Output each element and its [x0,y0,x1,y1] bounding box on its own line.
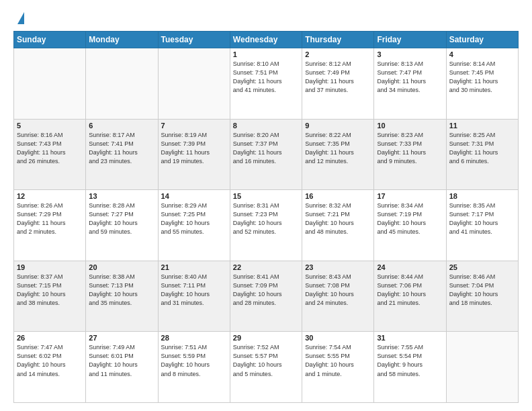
day-info: Sunrise: 8:20 AM Sunset: 7:37 PM Dayligh… [233,131,299,166]
day-number: 6 [89,122,154,130]
day-info: Sunrise: 8:38 AM Sunset: 7:13 PM Dayligh… [89,273,154,308]
day-info: Sunrise: 8:35 AM Sunset: 7:17 PM Dayligh… [449,201,515,236]
calendar-header-friday: Friday [374,32,446,48]
calendar-week-row: 19Sunrise: 8:37 AM Sunset: 7:15 PM Dayli… [14,261,519,332]
day-number: 2 [305,50,371,58]
calendar-cell: 14Sunrise: 8:29 AM Sunset: 7:25 PM Dayli… [158,190,230,261]
day-info: Sunrise: 8:31 AM Sunset: 7:23 PM Dayligh… [233,201,299,236]
day-info: Sunrise: 8:32 AM Sunset: 7:21 PM Dayligh… [305,201,371,236]
calendar-cell: 19Sunrise: 8:37 AM Sunset: 7:15 PM Dayli… [14,261,86,332]
day-info: Sunrise: 8:12 AM Sunset: 7:49 PM Dayligh… [305,60,371,95]
day-number: 10 [377,122,443,130]
day-info: Sunrise: 7:47 AM Sunset: 6:02 PM Dayligh… [17,343,83,378]
calendar-cell [446,332,518,403]
calendar-cell: 31Sunrise: 7:55 AM Sunset: 5:54 PM Dayli… [374,332,446,403]
calendar-cell: 5Sunrise: 8:16 AM Sunset: 7:43 PM Daylig… [14,119,86,190]
day-info: Sunrise: 8:22 AM Sunset: 7:35 PM Dayligh… [305,131,371,166]
calendar-cell: 2Sunrise: 8:12 AM Sunset: 7:49 PM Daylig… [302,48,374,120]
calendar-cell: 30Sunrise: 7:54 AM Sunset: 5:55 PM Dayli… [302,332,374,403]
day-number: 7 [161,122,227,130]
calendar-header-tuesday: Tuesday [158,32,230,48]
day-number: 1 [233,50,299,58]
calendar-header-monday: Monday [86,32,158,48]
day-info: Sunrise: 7:55 AM Sunset: 5:54 PM Dayligh… [377,343,443,378]
day-number: 13 [89,192,154,200]
calendar-cell: 25Sunrise: 8:46 AM Sunset: 7:04 PM Dayli… [446,261,518,332]
calendar-header-saturday: Saturday [446,32,518,48]
day-number: 4 [449,50,515,58]
day-info: Sunrise: 8:13 AM Sunset: 7:47 PM Dayligh… [377,60,443,95]
calendar-week-row: 5Sunrise: 8:16 AM Sunset: 7:43 PM Daylig… [14,119,519,190]
day-info: Sunrise: 8:25 AM Sunset: 7:31 PM Dayligh… [449,131,515,166]
calendar-cell: 20Sunrise: 8:38 AM Sunset: 7:13 PM Dayli… [86,261,158,332]
calendar-week-row: 12Sunrise: 8:26 AM Sunset: 7:29 PM Dayli… [14,190,519,261]
day-number: 29 [233,334,299,342]
day-number: 25 [449,263,515,271]
calendar-cell: 4Sunrise: 8:14 AM Sunset: 7:45 PM Daylig… [446,48,518,120]
day-info: Sunrise: 8:28 AM Sunset: 7:27 PM Dayligh… [89,201,154,236]
calendar-cell: 7Sunrise: 8:19 AM Sunset: 7:39 PM Daylig… [158,119,230,190]
calendar-cell: 22Sunrise: 8:41 AM Sunset: 7:09 PM Dayli… [230,261,302,332]
day-info: Sunrise: 8:40 AM Sunset: 7:11 PM Dayligh… [161,273,227,308]
calendar-cell: 17Sunrise: 8:34 AM Sunset: 7:19 PM Dayli… [374,190,446,261]
calendar-cell: 6Sunrise: 8:17 AM Sunset: 7:41 PM Daylig… [86,119,158,190]
day-number: 28 [161,334,227,342]
calendar-cell [14,48,86,120]
day-info: Sunrise: 8:26 AM Sunset: 7:29 PM Dayligh… [17,201,83,236]
day-number: 3 [377,50,443,58]
page: SundayMondayTuesdayWednesdayThursdayFrid… [0,0,532,411]
logo-triangle-icon [17,12,24,24]
calendar-cell: 8Sunrise: 8:20 AM Sunset: 7:37 PM Daylig… [230,119,302,190]
day-number: 27 [89,334,154,342]
calendar-table: SundayMondayTuesdayWednesdayThursdayFrid… [13,31,519,403]
calendar-cell: 28Sunrise: 7:51 AM Sunset: 5:59 PM Dayli… [158,332,230,403]
day-number: 14 [161,192,227,200]
calendar-cell: 27Sunrise: 7:49 AM Sunset: 6:01 PM Dayli… [86,332,158,403]
calendar-header-row: SundayMondayTuesdayWednesdayThursdayFrid… [14,32,519,48]
calendar-week-row: 26Sunrise: 7:47 AM Sunset: 6:02 PM Dayli… [14,332,519,403]
calendar-cell: 11Sunrise: 8:25 AM Sunset: 7:31 PM Dayli… [446,119,518,190]
day-number: 9 [305,122,371,130]
day-number: 11 [449,122,515,130]
calendar-cell: 16Sunrise: 8:32 AM Sunset: 7:21 PM Dayli… [302,190,374,261]
calendar-cell: 24Sunrise: 8:44 AM Sunset: 7:06 PM Dayli… [374,261,446,332]
day-info: Sunrise: 8:19 AM Sunset: 7:39 PM Dayligh… [161,131,227,166]
day-info: Sunrise: 8:43 AM Sunset: 7:08 PM Dayligh… [305,273,371,308]
day-info: Sunrise: 7:52 AM Sunset: 5:57 PM Dayligh… [233,343,299,378]
calendar-cell: 18Sunrise: 8:35 AM Sunset: 7:17 PM Dayli… [446,190,518,261]
calendar-cell: 9Sunrise: 8:22 AM Sunset: 7:35 PM Daylig… [302,119,374,190]
day-info: Sunrise: 8:46 AM Sunset: 7:04 PM Dayligh… [449,273,515,308]
calendar-cell [86,48,158,120]
calendar-cell: 15Sunrise: 8:31 AM Sunset: 7:23 PM Dayli… [230,190,302,261]
day-number: 18 [449,192,515,200]
calendar-cell [158,48,230,120]
day-info: Sunrise: 8:29 AM Sunset: 7:25 PM Dayligh… [161,201,227,236]
day-info: Sunrise: 7:49 AM Sunset: 6:01 PM Dayligh… [89,343,154,378]
calendar-cell: 23Sunrise: 8:43 AM Sunset: 7:08 PM Dayli… [302,261,374,332]
calendar-cell: 29Sunrise: 7:52 AM Sunset: 5:57 PM Dayli… [230,332,302,403]
day-number: 31 [377,334,443,342]
calendar-cell: 13Sunrise: 8:28 AM Sunset: 7:27 PM Dayli… [86,190,158,261]
calendar-cell: 12Sunrise: 8:26 AM Sunset: 7:29 PM Dayli… [14,190,86,261]
day-info: Sunrise: 8:37 AM Sunset: 7:15 PM Dayligh… [17,273,83,308]
day-info: Sunrise: 8:10 AM Sunset: 7:51 PM Dayligh… [233,60,299,95]
day-info: Sunrise: 7:54 AM Sunset: 5:55 PM Dayligh… [305,343,371,378]
header [13,11,519,24]
day-number: 23 [305,263,371,271]
day-number: 26 [17,334,83,342]
day-number: 16 [305,192,371,200]
day-number: 5 [17,122,83,130]
day-info: Sunrise: 8:16 AM Sunset: 7:43 PM Dayligh… [17,131,83,166]
day-number: 24 [377,263,443,271]
day-number: 21 [161,263,227,271]
day-number: 22 [233,263,299,271]
calendar-cell: 21Sunrise: 8:40 AM Sunset: 7:11 PM Dayli… [158,261,230,332]
calendar-header-sunday: Sunday [14,32,86,48]
day-info: Sunrise: 8:34 AM Sunset: 7:19 PM Dayligh… [377,201,443,236]
day-info: Sunrise: 8:14 AM Sunset: 7:45 PM Dayligh… [449,60,515,95]
day-number: 12 [17,192,83,200]
calendar-cell: 3Sunrise: 8:13 AM Sunset: 7:47 PM Daylig… [374,48,446,120]
calendar-cell: 26Sunrise: 7:47 AM Sunset: 6:02 PM Dayli… [14,332,86,403]
logo [13,11,24,24]
day-number: 17 [377,192,443,200]
